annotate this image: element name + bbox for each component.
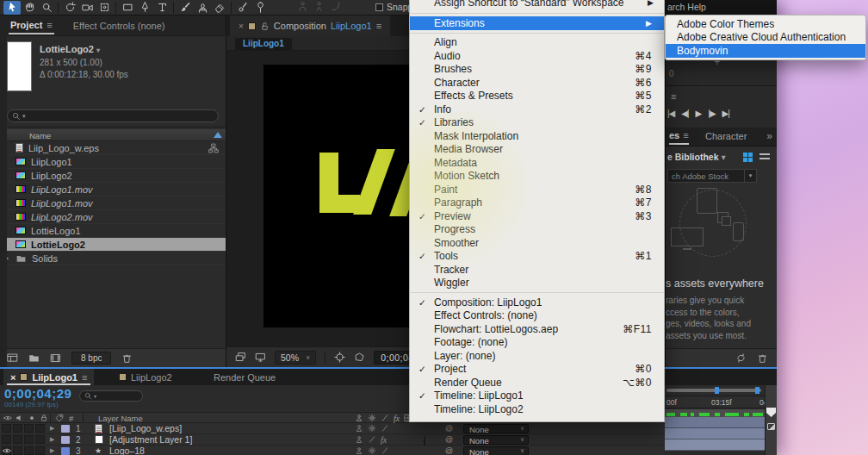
search-help-box[interactable]: arch Help [665,0,777,15]
menu-item-extensions[interactable]: Extensions▶ [410,16,664,30]
layer-row-liip-logo-w-eps[interactable]: ▶1[Liip_Logo_w.eps]@None∨ [0,423,665,434]
solo-icon[interactable] [28,414,36,422]
layer-row-logo-18[interactable]: ▶3★Logo–18@None∨ [0,446,665,455]
slash-icon[interactable] [368,435,376,444]
menu-item-flowchart-lottielogos-aep[interactable]: Flowchart: LottieLogos.aep⌘F11 [410,322,664,336]
menu-item-tools[interactable]: ✓Tools⌘1 [410,250,664,264]
flowchart-icon[interactable] [7,352,18,364]
sun-icon[interactable] [368,446,376,455]
slash-icon[interactable] [381,424,389,433]
project-item-lottielogo2[interactable]: LottieLogo2 [0,238,226,252]
label-tag-icon[interactable] [55,414,64,422]
layer-name[interactable]: [Adjustment Layer 1] [109,434,192,445]
menu-item-preview[interactable]: ✓Preview⌘3 [410,209,664,223]
tool-clone-stamp[interactable] [194,1,211,15]
list-view-icon[interactable] [760,153,770,161]
menu-item-audio[interactable]: Audio⌘4 [410,49,664,63]
tool-hand[interactable] [21,1,38,15]
menu-item-effects-presets[interactable]: Effects & Presets⌘5 [410,90,664,103]
tool-pen[interactable] [136,1,153,15]
tab-character[interactable]: Character [705,131,747,141]
menu-item-brushes[interactable]: Brushes⌘9 [410,63,664,77]
layer-name[interactable]: Logo–18 [109,446,145,455]
parent-dropdown[interactable]: None∨ [463,435,529,445]
grid-view-icon[interactable] [743,153,753,162]
tool-roto-brush[interactable] [234,1,251,15]
menu-item-align[interactable]: Align [410,36,664,50]
label-color-swatch[interactable] [61,436,70,444]
zoom-slider-track[interactable] [666,389,761,392]
layer-row-adjustment-layer-1[interactable]: ▶2[Adjustment Layer 1]fx@None∨ [0,434,665,446]
tool-puppet-pin[interactable] [251,1,269,15]
first-frame-button[interactable]: |◀ [667,109,674,118]
search-scope-caret[interactable]: ▾ [744,170,756,182]
parent-pickwhip-icon[interactable]: @ [445,424,453,433]
menu-item-smoother[interactable]: Smoother [410,236,664,250]
trash-icon[interactable] [757,352,768,364]
layer-bar[interactable] [665,428,765,439]
layer-name[interactable]: [Liip_Logo_w.eps] [109,423,182,433]
panel-menu-icon[interactable]: ≡ [376,21,381,31]
project-item-liiplogo1-mov[interactable]: LiipLogo1.mov [0,196,226,210]
project-columns-header[interactable]: Name [0,129,226,141]
current-time-indicator[interactable] [766,408,776,417]
last-frame-button[interactable]: ▶| [722,109,729,118]
menu-item-render-queue[interactable]: Render Queue⌥⌘0 [410,376,664,390]
menu-item-mask-interpolation[interactable]: Mask Interpolation [410,129,664,143]
comp-marker-icon[interactable] [767,423,775,430]
menu-item-info[interactable]: ✓Info⌘2 [410,103,664,116]
tool-rectangle[interactable] [119,1,136,15]
menu-item-effect-controls-none[interactable]: Effect Controls: (none) [410,309,664,323]
submenu-item-adobe-creative-cloud-authentication[interactable]: Adobe Creative Cloud Authentication [666,31,865,45]
switch-box[interactable] [13,446,22,455]
expander-icon[interactable]: ▶ [50,436,54,443]
label-color-swatch[interactable] [61,447,70,455]
menu-item-media-browser[interactable]: Media Browser [410,143,664,157]
menu-item-assign-shortcut[interactable]: Assign Shortcut to “Standard” Workspace … [410,0,664,10]
switch-box[interactable] [2,424,11,433]
switch-box[interactable] [13,435,22,444]
grid-guides-icon[interactable] [334,352,345,363]
shy-icon[interactable] [355,446,363,455]
search-options-caret[interactable]: ▾ [22,113,26,120]
tab-libraries[interactable]: es ≡ [669,130,689,145]
project-item-liiplogo2-mov[interactable]: LiipLogo2.mov [0,210,226,224]
always-preview-icon[interactable] [235,352,246,363]
fx-icon[interactable]: fx [381,435,387,445]
project-item-liiplogo1[interactable]: LiipLogo1 [0,155,226,169]
footage-icon[interactable] [50,352,61,364]
layer-bar[interactable] [665,439,765,451]
video-eye-icon[interactable] [3,414,12,422]
close-icon[interactable]: × [239,22,244,31]
quality-icon[interactable] [381,414,389,422]
timeline-tab-liiplogo1[interactable]: ×LiipLogo1≡ [3,369,94,385]
switch-box[interactable] [24,435,34,444]
preview-panel-menu-icon[interactable]: ≡ [671,91,676,102]
current-time-display[interactable]: 0;00;04;29 [4,386,71,401]
menu-item-progress[interactable]: Progress [410,223,664,237]
switch-box[interactable] [24,424,34,433]
project-item-lottielogo1[interactable]: LottieLogo1 [0,224,226,238]
menu-item-character[interactable]: Character⌘6 [410,76,664,90]
unlock-icon[interactable] [260,22,270,31]
layer-number-column[interactable]: # [69,414,73,423]
menu-item-composition-liiplogo1[interactable]: ✓Composition: LiipLogo1 [410,296,664,309]
submenu-item-bodymovin[interactable]: Bodymovin [666,44,865,58]
label-color-swatch[interactable] [61,425,70,433]
switch-box[interactable] [35,446,45,455]
search-options-caret[interactable]: ▾ [94,393,96,399]
parent-dropdown[interactable]: None∨ [463,446,529,455]
switch-box[interactable] [35,424,45,433]
switch-box[interactable] [13,424,22,433]
parent-dropdown[interactable]: None∨ [463,424,529,433]
tool-type[interactable] [153,1,170,15]
project-item-liiplogo1-mov[interactable]: LiipLogo1.mov [0,183,226,196]
tool-zoom[interactable] [38,1,55,15]
snapping-checkbox[interactable] [375,3,383,11]
sync-icon[interactable] [735,352,747,364]
shy-icon[interactable] [355,435,363,444]
timeline-search-input[interactable]: ▾ [79,390,143,402]
layer-name-column[interactable]: Layer Name [98,414,143,423]
panel-menu-icon[interactable]: ≡ [683,130,688,140]
tool-camera[interactable] [78,1,96,15]
